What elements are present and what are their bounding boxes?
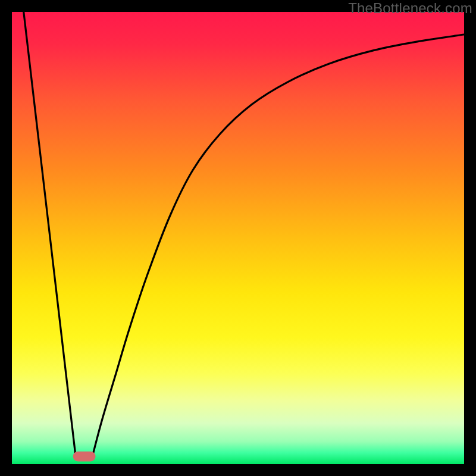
bottleneck-chart [12,12,464,464]
gradient-background [12,12,464,464]
optimal-marker [73,452,96,462]
watermark-text: TheBottleneck.com [348,0,472,17]
